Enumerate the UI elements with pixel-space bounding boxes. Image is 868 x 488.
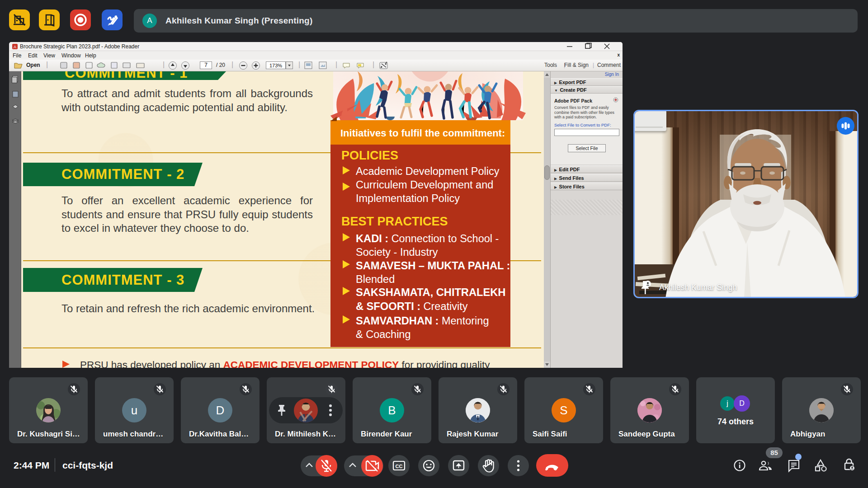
- svg-text:A: A: [14, 45, 16, 49]
- svg-text:CC: CC: [396, 464, 403, 469]
